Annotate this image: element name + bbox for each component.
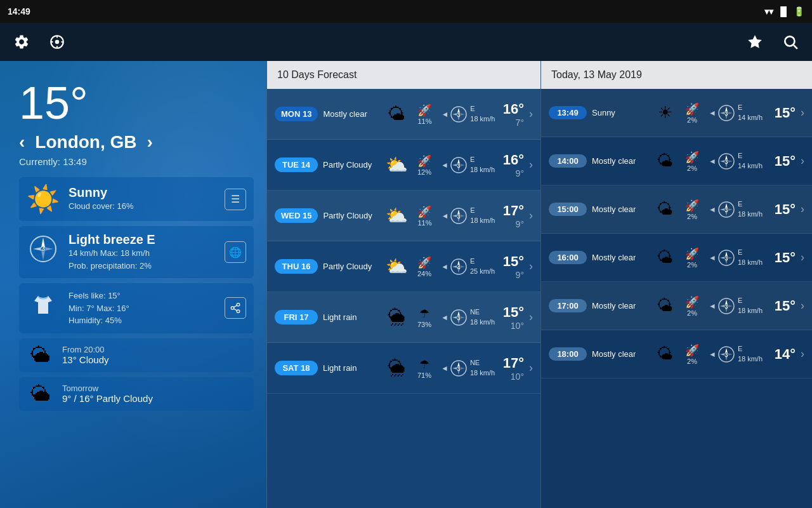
- hourly-row[interactable]: 15:00 Mostly clear 🌤 🚀 2% ◄ 3 E 18 km/h …: [541, 185, 812, 234]
- hourly-icon: ☀: [654, 103, 676, 123]
- forecast-day-row[interactable]: THU 16 Partly Cloudy ⛅ 🚀 24% ◄ 4 E 25 km…: [267, 241, 540, 292]
- sweater-icon: [27, 291, 60, 325]
- day-precip: 🚀 12%: [413, 154, 436, 176]
- forecast-day-row[interactable]: FRI 17 Light rain 🌦 ☂ 73% ◄ 3 NE 18 km/h…: [267, 292, 540, 343]
- forecast-day-row[interactable]: SAT 18 Light rain 🌦 ☂ 71% ◄ 3 NE 18 km/h…: [267, 343, 540, 394]
- hourly-row[interactable]: 13:49 Sunny ☀ 🚀 2% ◄ 3 E 14 km/h 15° ›: [541, 89, 812, 137]
- right-panel-header: Today, 13 May 2019: [541, 61, 812, 89]
- wind-compass: ◄ 3 NE 18 km/h: [441, 358, 495, 378]
- wind-left-arrow: ◄: [441, 313, 449, 322]
- share-button[interactable]: [225, 297, 246, 319]
- svg-marker-67: [728, 160, 733, 163]
- wind-detail: 14 km/h Max: 18 km/h: [69, 247, 216, 260]
- hourly-precip-pct: 2%: [687, 164, 697, 172]
- feels-like: Feels like: 15°: [69, 290, 216, 302]
- row-chevron: ›: [529, 209, 533, 222]
- prev-location-button[interactable]: ‹: [19, 132, 25, 152]
- svg-marker-6: [748, 35, 762, 48]
- svg-marker-66: [720, 160, 725, 163]
- svg-marker-14: [44, 247, 53, 251]
- precip-pct: 12%: [417, 168, 431, 176]
- compass-svg: 3: [450, 309, 468, 326]
- location-name: London, GB: [35, 132, 136, 152]
- precip-icon: ☂: [419, 358, 429, 371]
- hourly-wind: ◄ 3 E 18 km/h: [709, 199, 763, 219]
- svg-point-17: [237, 310, 240, 313]
- location-button[interactable]: [46, 30, 69, 53]
- svg-line-8: [794, 45, 797, 49]
- svg-marker-84: [720, 305, 725, 307]
- precip-rocket-icon: 🚀: [685, 102, 699, 116]
- svg-marker-31: [460, 164, 465, 166]
- day-temps: 17° 9°: [503, 203, 524, 229]
- hourly-row[interactable]: 18:00 Mostly clear 🌤 🚀 2% ◄ 3 E 18 km/h …: [541, 330, 812, 378]
- svg-marker-37: [460, 215, 465, 217]
- tomorrow-weather-icon: 🌥: [27, 382, 55, 406]
- main-temperature: 15°: [19, 80, 254, 126]
- favorite-button[interactable]: [743, 30, 766, 53]
- svg-point-7: [785, 36, 794, 46]
- hourly-wind: ◄ 3 E 14 km/h: [709, 103, 763, 123]
- hourly-row[interactable]: 14:00 Mostly clear 🌤 🚀 2% ◄ 3 E 14 km/h …: [541, 137, 812, 185]
- hourly-wind-details: E 18 km/h: [738, 199, 763, 219]
- wind-details: NE 18 km/h: [470, 358, 495, 378]
- hourly-compass: 3: [717, 201, 735, 218]
- hourly-precip-pct: 2%: [687, 116, 697, 124]
- battery-icon: 🔋: [794, 6, 804, 17]
- forecast-day-row[interactable]: WED 15 Partly Cloudy ⛅ 🚀 11% ◄ 3 E 18 km…: [267, 190, 540, 241]
- left-panel: 15° ‹ London, GB › Currently: 13:49 ☀️ S…: [0, 61, 266, 508]
- tomorrow-temp: 9° / 16° Partly Cloudy: [62, 393, 246, 404]
- globe-button[interactable]: 🌐: [225, 241, 246, 263]
- later-time: From 20:00: [62, 345, 246, 354]
- precip-pct: 73%: [417, 321, 431, 328]
- precip-detail: Prob. precipitation: 2%: [69, 260, 216, 272]
- row-chevron: ›: [529, 107, 533, 121]
- svg-marker-73: [728, 208, 733, 211]
- row-actions: ☰: [225, 189, 246, 210]
- hourly-condition: Mostly clear: [592, 204, 649, 214]
- svg-marker-65: [725, 163, 728, 168]
- next-location-button[interactable]: ›: [147, 132, 153, 152]
- hourly-chevron: ›: [801, 203, 804, 216]
- svg-marker-58: [725, 107, 728, 112]
- wind-compass: ◄ 3 NE 18 km/h: [441, 307, 495, 327]
- hourly-wind: ◄ 3 E 18 km/h: [709, 248, 763, 267]
- day-label: MON 13: [275, 107, 318, 121]
- precip-rocket-icon: 🚀: [685, 247, 699, 261]
- svg-marker-40: [457, 260, 460, 265]
- right-panel: Today, 13 May 2019 13:49 Sunny ☀ 🚀 2% ◄ …: [540, 61, 812, 508]
- day-label: THU 16: [275, 259, 318, 274]
- svg-marker-60: [720, 112, 725, 114]
- later-forecast-text: From 20:00 13° Cloudy: [62, 345, 246, 365]
- svg-marker-55: [460, 367, 465, 370]
- hourly-icon: 🌤: [654, 248, 676, 267]
- search-button[interactable]: [779, 30, 802, 53]
- svg-marker-29: [457, 166, 460, 171]
- hourly-wind: ◄ 3 E 18 km/h: [709, 344, 763, 364]
- settings-button[interactable]: [10, 30, 33, 53]
- signal-icon: ▐▌: [777, 6, 790, 17]
- precip-icon: 🚀: [417, 256, 431, 270]
- compass-svg: 4: [450, 258, 468, 276]
- svg-marker-83: [725, 307, 728, 312]
- precip-pct: 11%: [417, 219, 431, 227]
- day-low: 7°: [503, 117, 524, 128]
- wind-details: E 18 km/h: [470, 206, 495, 225]
- svg-marker-35: [457, 217, 460, 222]
- list-button[interactable]: ☰: [225, 189, 246, 210]
- wind-compass: ◄ 4 E 25 km/h: [441, 257, 495, 276]
- tomorrow-label: Tomorrow: [62, 384, 246, 393]
- day-condition: Light rain: [323, 312, 380, 322]
- day-high: 16°: [503, 101, 524, 117]
- hourly-row[interactable]: 16:00 Mostly clear 🌤 🚀 2% ◄ 3 E 18 km/h …: [541, 234, 812, 282]
- hourly-row[interactable]: 17:00 Mostly clear 🌤 🚀 2% ◄ 3 E 18 km/h …: [541, 282, 812, 330]
- precip-rocket-icon: 🚀: [685, 295, 699, 309]
- svg-marker-49: [460, 316, 465, 319]
- middle-panel: 10 Days Forecast MON 13 Mostly clear 🌤 🚀…: [266, 61, 540, 508]
- tomorrow-forecast-row: 🌥 Tomorrow 9° / 16° Partly Cloudy: [19, 377, 254, 411]
- svg-marker-82: [725, 300, 728, 305]
- forecast-day-row[interactable]: MON 13 Mostly clear 🌤 🚀 11% ◄ 3 E 18 km/…: [267, 89, 540, 140]
- today-title: Today, 13 May 2019: [551, 69, 642, 81]
- forecast-day-row[interactable]: TUE 14 Partly Cloudy ⛅ 🚀 12% ◄ 3 E 18 km…: [267, 140, 540, 190]
- svg-marker-24: [452, 113, 457, 116]
